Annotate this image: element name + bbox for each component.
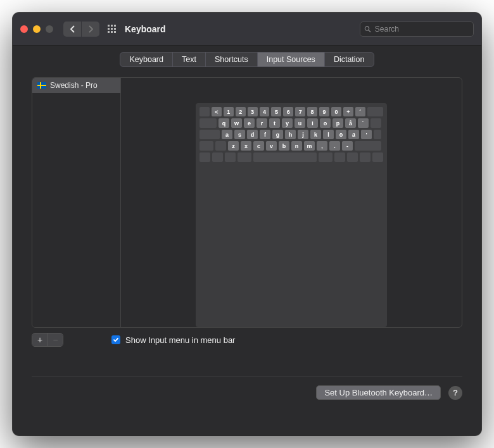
key: .: [329, 141, 340, 151]
key: ä: [348, 130, 359, 139]
svg-rect-8: [114, 31, 116, 33]
source-label: Swedish - Pro: [50, 81, 98, 90]
help-button[interactable]: ?: [448, 386, 462, 400]
key: c: [253, 141, 264, 151]
key: e: [244, 118, 255, 128]
forward-button[interactable]: [82, 22, 99, 37]
minimize-icon[interactable]: [33, 25, 41, 33]
key: [200, 118, 217, 128]
key: ,: [317, 141, 327, 151]
remove-button[interactable]: −: [48, 333, 63, 346]
key: [360, 152, 370, 162]
tab-input-sources[interactable]: Input Sources: [257, 53, 324, 66]
search-icon: [364, 25, 371, 33]
key: z: [228, 141, 239, 151]
key: r: [256, 118, 267, 128]
grid-icon[interactable]: [107, 24, 117, 34]
traffic-lights: [20, 25, 53, 33]
key: [238, 152, 251, 162]
tab-keyboard[interactable]: Keyboard: [120, 53, 172, 66]
svg-rect-7: [111, 31, 113, 33]
key: j: [298, 130, 308, 139]
back-button[interactable]: [63, 22, 81, 37]
key: å: [345, 118, 356, 128]
add-remove-buttons: + −: [32, 333, 63, 347]
key: [200, 141, 213, 151]
key: [347, 152, 358, 162]
key: g: [272, 130, 283, 139]
check-icon: [113, 337, 119, 343]
key: i: [307, 118, 318, 128]
key: k: [310, 130, 321, 139]
key: [215, 141, 226, 151]
key: [374, 130, 381, 139]
keyboard-graphic: < 1 2 3 4 5 6 7 8 9 0 + ´ q: [196, 103, 387, 327]
svg-rect-5: [114, 28, 116, 30]
titlebar: Keyboard: [13, 13, 481, 46]
key: <: [212, 107, 222, 116]
key: p: [332, 118, 343, 128]
show-input-menu-row: Show Input menu in menu bar: [111, 335, 235, 345]
main-panel: Swedish - Pro < 1 2 3 4 5 6 7 8 9 0: [32, 77, 462, 328]
key: ´: [355, 107, 365, 116]
show-input-menu-label: Show Input menu in menu bar: [125, 335, 235, 345]
list-item[interactable]: Swedish - Pro: [32, 78, 120, 93]
key: [200, 152, 210, 162]
close-icon[interactable]: [20, 25, 28, 33]
key: 6: [283, 107, 293, 116]
key: h: [285, 130, 296, 139]
key: [334, 152, 345, 162]
key: [225, 152, 236, 162]
key: [370, 118, 381, 128]
key: 5: [271, 107, 281, 116]
key: 9: [319, 107, 329, 116]
flag-icon: [37, 82, 46, 89]
tab-text[interactable]: Text: [172, 53, 205, 66]
svg-rect-6: [108, 31, 110, 33]
svg-rect-1: [111, 25, 113, 27]
key: a: [222, 130, 232, 139]
divider: [32, 376, 462, 376]
key: [319, 152, 332, 162]
window-title: Keyboard: [125, 24, 360, 34]
svg-rect-13: [37, 85, 46, 86]
svg-rect-2: [114, 25, 116, 27]
key: s: [234, 130, 245, 139]
key: o: [320, 118, 331, 128]
add-button[interactable]: +: [32, 333, 48, 346]
key: 7: [295, 107, 305, 116]
key: 0: [331, 107, 341, 116]
key: ¨: [358, 118, 369, 128]
keyboard-preview: < 1 2 3 4 5 6 7 8 9 0 + ´ q: [121, 78, 462, 327]
bluetooth-setup-button[interactable]: Set Up Bluetooth Keyboard…: [316, 385, 441, 400]
key: [355, 141, 381, 151]
key: v: [266, 141, 277, 151]
key: 2: [236, 107, 246, 116]
key: x: [241, 141, 251, 151]
input-source-list[interactable]: Swedish - Pro: [32, 78, 121, 327]
svg-rect-3: [108, 28, 110, 30]
key: q: [218, 118, 229, 128]
key: -: [342, 141, 353, 151]
key: u: [294, 118, 305, 128]
key: 3: [248, 107, 258, 116]
nav-buttons: [63, 22, 99, 37]
key: 1: [224, 107, 234, 116]
key: t: [269, 118, 280, 128]
svg-rect-4: [111, 28, 113, 30]
key: b: [279, 141, 289, 151]
key: d: [247, 130, 258, 139]
tab-dictation[interactable]: Dictation: [324, 53, 374, 66]
key: ö: [336, 130, 346, 139]
show-input-menu-checkbox[interactable]: [111, 335, 120, 344]
search-field[interactable]: [360, 22, 474, 37]
key: ': [361, 130, 372, 139]
footer: Set Up Bluetooth Keyboard… ?: [32, 385, 462, 400]
key: l: [323, 130, 334, 139]
preferences-window: Keyboard Keyboard Text Shortcuts Input S…: [13, 13, 481, 435]
key: [367, 107, 383, 116]
tab-shortcuts[interactable]: Shortcuts: [205, 53, 257, 66]
key: y: [282, 118, 293, 128]
search-input[interactable]: [375, 25, 469, 34]
key: n: [291, 141, 302, 151]
